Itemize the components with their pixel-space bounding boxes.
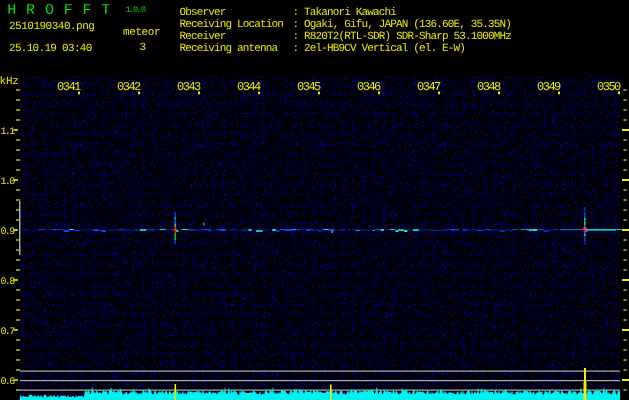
svg-text:0342: 0342	[117, 80, 141, 94]
svg-text:2510190340.png: 2510190340.png	[9, 21, 94, 33]
svg-text:Observer: Observer	[180, 7, 226, 19]
svg-text:: Takanori Kawachi: : Takanori Kawachi	[293, 7, 398, 19]
svg-text:3: 3	[140, 42, 146, 54]
svg-text:0349: 0349	[537, 80, 561, 94]
svg-text:1.0.0: 1.0.0	[126, 5, 147, 15]
svg-text:0343: 0343	[177, 80, 201, 94]
svg-text:F: F	[64, 2, 73, 19]
svg-text:0.6: 0.6	[1, 377, 16, 388]
svg-text:R: R	[26, 2, 35, 19]
svg-text:0345: 0345	[297, 80, 321, 94]
svg-text:1.1: 1.1	[1, 127, 16, 138]
svg-text:: R820T2(RTL-SDR) SDR-Sharp 53: : R820T2(RTL-SDR) SDR-Sharp 53.1000MHz	[293, 31, 512, 43]
svg-text:: 2el-HB9CV Vertical (el. E-W): : 2el-HB9CV Vertical (el. E-W)	[293, 43, 466, 55]
svg-text:0341: 0341	[57, 80, 81, 94]
svg-text:F: F	[83, 2, 92, 19]
svg-text:Receiving antenna: Receiving antenna	[180, 43, 279, 55]
svg-text:0347: 0347	[417, 80, 441, 94]
svg-text:0348: 0348	[477, 80, 501, 94]
svg-text:0344: 0344	[237, 80, 261, 94]
svg-text:1.0: 1.0	[1, 177, 16, 188]
svg-text:: Ogaki, Gifu, JAPAN (136.60E,: : Ogaki, Gifu, JAPAN (136.60E, 35.35N)	[293, 19, 512, 31]
svg-text:Receiving Location: Receiving Location	[180, 19, 284, 31]
svg-text:0.9: 0.9	[1, 227, 16, 238]
svg-text:0.7: 0.7	[1, 327, 16, 338]
svg-text:kHz: kHz	[0, 76, 19, 88]
svg-text:0350: 0350	[597, 80, 621, 94]
svg-text:O: O	[45, 2, 54, 19]
svg-text:25.10.19 03:40: 25.10.19 03:40	[9, 43, 92, 55]
svg-text:0.8: 0.8	[1, 277, 16, 288]
svg-text:meteor: meteor	[123, 27, 160, 39]
svg-text:H: H	[7, 2, 16, 19]
svg-text:0346: 0346	[357, 80, 381, 94]
svg-text:Receiver: Receiver	[180, 31, 226, 43]
svg-text:T: T	[101, 2, 110, 19]
